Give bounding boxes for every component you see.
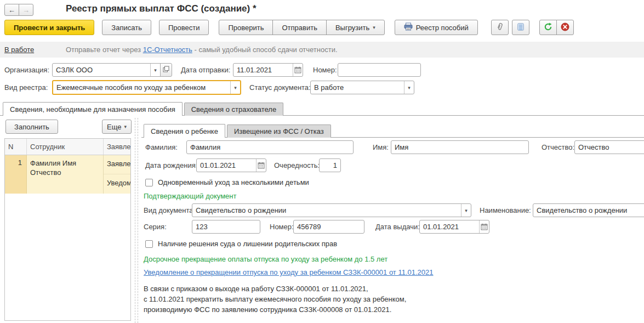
organization-combo[interactable]: ▾	[52, 63, 161, 77]
cell-employee: Фамилия Имя Отчество	[27, 155, 104, 194]
tab-benefit-info[interactable]: Сведения, необходимые для назначения пос…	[3, 102, 183, 116]
lastname-input[interactable]	[187, 141, 353, 154]
cell-notification: Уведомление	[104, 174, 130, 194]
firstname-input[interactable]	[391, 141, 528, 154]
main-tabstrip: Сведения, необходимые для назначения пос…	[0, 102, 644, 116]
doc-status-input[interactable]	[311, 81, 404, 94]
unload-button[interactable]: Выгрузить ▾	[326, 20, 385, 35]
column-header-employee[interactable]: Сотрудник	[27, 139, 104, 155]
column-header-n[interactable]: N	[5, 139, 27, 155]
doc-name-input[interactable]	[533, 204, 644, 217]
birthdate-input[interactable]	[197, 159, 256, 172]
post-button[interactable]: Провести	[159, 20, 209, 35]
post-and-close-button[interactable]: Провести и закрыть	[4, 20, 94, 35]
more-button[interactable]: Еще ▾	[102, 120, 132, 134]
note-line-2: с 11.01.2021 прекратить выплату ежемесяч…	[144, 294, 406, 304]
chevron-down-icon[interactable]: ▾	[404, 81, 414, 94]
open-organization-button[interactable]	[160, 63, 172, 77]
paperclip-icon	[496, 22, 504, 33]
table-row[interactable]: 1 Фамилия Имя Отчество Заявление Уведомл…	[5, 155, 130, 194]
doc-kind-combo[interactable]: ▾	[192, 203, 471, 217]
page-title: Реестр прямых выплат ФСС (создание) *	[66, 3, 257, 14]
calendar-icon[interactable]	[293, 64, 303, 76]
series-label: Серия:	[144, 220, 167, 234]
chevron-down-icon: ▾	[373, 25, 375, 30]
send-date-field[interactable]	[233, 63, 303, 77]
chevron-down-icon[interactable]: ▾	[230, 81, 240, 94]
doc-kind-label: Вид документа:	[144, 203, 195, 217]
reporting-hint: Отправьте отчет через 1С-Отчетность - са…	[66, 42, 338, 58]
multi-care-checkbox[interactable]	[145, 179, 153, 186]
forward-button[interactable]: →	[19, 4, 33, 16]
order-field[interactable]	[319, 158, 341, 172]
number-label: Номер:	[313, 63, 337, 77]
attachments-button[interactable]	[491, 20, 509, 35]
chevron-down-icon[interactable]: ▾	[461, 204, 471, 217]
order-input[interactable]	[320, 159, 340, 172]
status-bar: В работе Отправьте отчет через 1С-Отчетн…	[0, 42, 644, 58]
forward-arrow-icon: →	[22, 6, 30, 14]
send-date-input[interactable]	[233, 64, 293, 76]
session-button-group	[539, 20, 574, 35]
court-decision-checkbox[interactable]	[145, 240, 153, 248]
chevron-down-icon[interactable]: ▾	[150, 64, 160, 76]
benefit-registry-button[interactable]: Реестр пособий	[395, 20, 478, 35]
lastname-field[interactable]	[186, 140, 354, 154]
doc-kind-input[interactable]	[192, 204, 461, 217]
hint-prefix: Отправьте отчет через	[66, 46, 143, 54]
structure-button[interactable]	[512, 20, 529, 35]
cell-documents: Заявление Уведомление	[104, 155, 130, 194]
back-arrow-icon: ←	[8, 6, 15, 14]
hint-suffix: - самый удобный способ сдачи отчетности.	[192, 46, 338, 54]
multi-care-checkbox-row[interactable]: Одновременный уход за несколькими детьми	[145, 178, 309, 186]
send-button[interactable]: Отправить	[272, 20, 326, 35]
write-button[interactable]: Записать	[102, 20, 151, 35]
1c-reporting-link[interactable]: 1С-Отчетность	[143, 46, 192, 54]
tab-fss-notice[interactable]: Извещение из ФСС / Отказ	[227, 124, 331, 138]
calendar-icon[interactable]	[479, 220, 489, 233]
calendar-icon[interactable]	[256, 159, 266, 172]
termination-note: В связи с приказом о выходе на работу СЗ…	[144, 284, 406, 315]
open-form-icon	[163, 66, 169, 74]
refresh-button[interactable]	[539, 20, 557, 35]
firstname-field[interactable]	[391, 140, 529, 154]
history-nav: ← →	[4, 4, 33, 16]
note-line-1: В связи с приказом о выходе на работу СЗ…	[144, 284, 406, 294]
issue-date-input[interactable]	[420, 220, 479, 233]
number-field[interactable]	[338, 63, 421, 77]
court-decision-checkbox-row[interactable]: Наличие решения суда о лишении родительс…	[145, 240, 337, 248]
fill-button[interactable]: Заполнить	[5, 120, 58, 134]
back-button[interactable]: ←	[4, 4, 19, 16]
issue-date-field[interactable]	[419, 220, 489, 234]
registry-kind-input[interactable]	[53, 81, 230, 94]
tab-child-info[interactable]: Сведения о ребенке	[144, 124, 225, 138]
number-input[interactable]	[338, 64, 420, 76]
unload-label: Выгрузить	[335, 24, 369, 32]
more-label: Еще	[107, 123, 121, 131]
birthdate-field[interactable]	[196, 158, 266, 172]
court-decision-checkbox-label: Наличие решения суда о лишении родительс…	[158, 240, 337, 248]
organization-input[interactable]	[53, 64, 150, 76]
send-date-label: Дата отправки:	[181, 63, 230, 77]
termination-notification-link[interactable]: Уведомление о прекращении отпуска по ухо…	[144, 268, 434, 276]
document-state-link[interactable]: В работе	[4, 42, 34, 58]
column-header-docs[interactable]: Заявление	[104, 139, 130, 155]
middlename-field[interactable]	[574, 140, 644, 154]
note-line-3: производимую ФСС по заявлению сотрудника…	[144, 304, 406, 315]
series-field[interactable]	[192, 220, 260, 234]
tab-insurer-info[interactable]: Сведения о страхователе	[184, 103, 283, 116]
doc-number-input[interactable]	[294, 220, 364, 233]
firstname-label: Имя:	[373, 140, 389, 154]
registry-kind-combo[interactable]: ▾	[52, 80, 241, 95]
check-button[interactable]: Проверить	[219, 20, 273, 35]
doc-status-combo[interactable]: ▾	[310, 81, 414, 94]
lastname-label: Фамилия:	[145, 140, 178, 154]
series-input[interactable]	[192, 220, 260, 233]
child-tabstrip: Сведения о ребенке Извещение из ФСС / От…	[141, 124, 644, 138]
doc-name-field[interactable]	[533, 203, 644, 217]
panel-splitter[interactable]	[135, 118, 138, 323]
close-button[interactable]	[556, 20, 574, 35]
middlename-input[interactable]	[575, 141, 644, 154]
doc-number-field[interactable]	[293, 220, 364, 234]
multi-care-checkbox-label: Одновременный уход за несколькими детьми	[158, 178, 309, 186]
